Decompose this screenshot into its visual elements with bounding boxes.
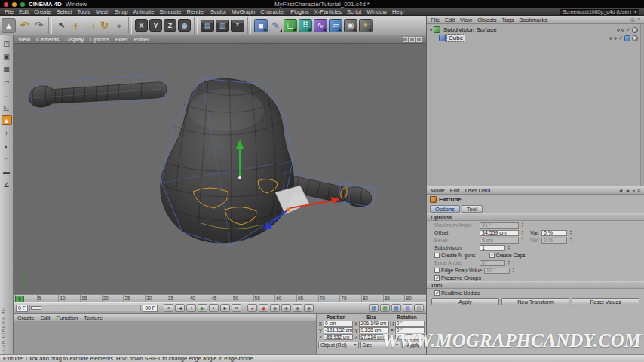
size-field[interactable]: 206.149 cm <box>359 321 388 327</box>
record-rotation-toggle[interactable]: ◆ <box>293 304 302 312</box>
menubar-item[interactable]: X-Particles <box>314 8 342 15</box>
stepper-icon[interactable] <box>507 260 511 266</box>
render-view-button[interactable]: ▤ <box>201 20 214 32</box>
object-manager-menu-item[interactable]: Edit <box>445 17 455 23</box>
menubar-item[interactable]: Tools <box>77 8 90 15</box>
window-minimize-button[interactable] <box>12 2 17 7</box>
viewport-pane-toggle-icon-1[interactable] <box>403 37 408 42</box>
playbar-option-icon-1[interactable]: ▦ <box>369 304 379 312</box>
attribute-menu-item[interactable]: User Data <box>465 187 491 194</box>
viewport-pane-toggle-icon-2[interactable] <box>409 37 415 42</box>
bevel-field[interactable]: 5 cm <box>480 238 519 244</box>
menubar-item[interactable]: MoGraph <box>232 8 255 15</box>
position-field[interactable]: -181.132 cm <box>324 327 353 333</box>
render-visibility-dot[interactable] <box>621 29 624 32</box>
viewport-solo-icon[interactable]: ◐ <box>2 141 12 151</box>
next-key-button[interactable]: ► <box>220 304 230 312</box>
history-back-icon[interactable]: ◄ <box>618 188 624 193</box>
lock-y-axis-button[interactable]: Y <box>149 19 162 32</box>
viewport-menu-item[interactable]: View <box>18 36 30 43</box>
edges-mode-icon[interactable]: ◺ <box>2 103 12 112</box>
viewport-menu-item[interactable]: Display <box>66 36 84 43</box>
menubar-item[interactable]: Animate <box>133 8 155 15</box>
menubar-item[interactable]: Sculpt <box>210 8 226 15</box>
stepper-icon[interactable] <box>520 222 525 229</box>
tab-options[interactable]: Options <box>430 205 460 213</box>
menubar-item[interactable]: Plugins <box>290 8 309 15</box>
autokeying-button[interactable]: ◉ <box>259 304 268 312</box>
menubar-item[interactable]: Simulate <box>159 8 181 15</box>
object-name[interactable]: Cube <box>447 35 465 41</box>
add-subdivision-surface-button[interactable]: ◻ <box>284 19 297 32</box>
lock-icon[interactable]: ▪ <box>633 188 634 193</box>
undo-icon[interactable]: ↶ <box>17 18 32 33</box>
workplane-mode-icon[interactable]: ▱ <box>2 77 12 87</box>
subdivision-field[interactable]: 1 <box>480 245 505 251</box>
object-manager-menu-item[interactable]: Objects <box>477 17 496 23</box>
add-deformer-button[interactable]: ∿ <box>314 19 327 32</box>
object-manager-menu-item[interactable]: View <box>460 17 472 23</box>
editor-visibility-dot[interactable] <box>617 29 620 32</box>
window-zoom-button[interactable] <box>20 2 25 7</box>
playbar-option-icon-5[interactable]: ▦ <box>414 304 424 312</box>
stepper-icon[interactable] <box>520 238 525 244</box>
cube-tag-icon[interactable] <box>624 35 630 41</box>
model-mode-icon[interactable]: ▣ <box>2 51 12 61</box>
maximum-angle-field[interactable]: 91 ° <box>480 222 519 229</box>
perspective-viewport[interactable]: ViewCamerasDisplayOptionsFilterPanel <box>14 35 426 294</box>
position-field[interactable]: -83.932 cm <box>324 334 353 340</box>
add-primitive-cube-button[interactable]: ■ <box>254 19 268 32</box>
object-manager-menu-item[interactable]: Bookmarks <box>519 17 547 23</box>
lock-z-axis-button[interactable]: Z <box>164 19 176 32</box>
menubar-item[interactable]: File <box>5 8 14 15</box>
attribute-menu-item[interactable]: Edit <box>450 187 460 194</box>
play-button[interactable]: ▶ <box>198 304 207 312</box>
menubar-item[interactable]: Edit <box>19 8 29 15</box>
points-mode-icon[interactable]: ∴ <box>2 90 12 100</box>
playbar-option-icon-3[interactable]: ▦ <box>391 304 401 312</box>
object-row-subdivision-surface[interactable]: Subdivision Surface ✓ <box>427 26 644 34</box>
menubar-item[interactable]: Script <box>347 8 361 15</box>
offset-field[interactable]: 34.559 cm <box>480 230 519 236</box>
lock-x-axis-button[interactable]: X <box>135 19 148 32</box>
size-field[interactable]: 9.338 cm <box>359 327 388 333</box>
coordinate-system-button[interactable]: ◉ <box>178 19 191 32</box>
texture-mode-icon[interactable]: ▦ <box>2 64 12 74</box>
live-selection-icon[interactable]: ↖ <box>54 18 69 33</box>
add-spline-pen-button[interactable]: ✎ <box>268 18 283 33</box>
record-scale-toggle[interactable]: ◆ <box>281 304 291 312</box>
scale-tool-icon[interactable]: ◱ <box>83 18 97 33</box>
menubar-item[interactable]: Character <box>260 8 285 15</box>
object-name[interactable]: Subdivision Surface <box>442 26 498 33</box>
editor-visibility-dot[interactable] <box>609 37 612 40</box>
om-options-icon[interactable]: ≡ <box>637 17 640 23</box>
material-menu-item[interactable]: Function <box>56 314 78 321</box>
add-array-button[interactable]: ⠿ <box>299 19 312 32</box>
viewport-canvas[interactable] <box>14 44 426 294</box>
menubar-item[interactable]: Select <box>57 8 72 15</box>
om-search-icon[interactable]: ◎ <box>630 17 635 23</box>
redo-icon[interactable]: ↷ <box>32 18 46 33</box>
create-ngons-checkbox[interactable] <box>434 253 440 258</box>
coord-mode-dropdown[interactable]: Object (Rel) <box>318 342 359 348</box>
prev-frame-button[interactable]: ‹ <box>186 304 196 312</box>
menubar-item[interactable]: Window <box>366 8 387 15</box>
record-position-toggle[interactable]: ◆ <box>270 304 280 312</box>
prev-key-button[interactable]: ◄ <box>175 304 185 312</box>
history-forward-icon[interactable]: ► <box>625 188 630 193</box>
viewport-menu-item[interactable]: Cameras <box>36 36 59 43</box>
apply-button[interactable]: Apply <box>431 298 499 305</box>
next-frame-button[interactable]: › <box>209 304 219 312</box>
gizmo-origin[interactable] <box>238 176 241 179</box>
material-menu-item[interactable]: Create <box>17 314 35 321</box>
snap-enable-icon[interactable]: ∩ <box>2 154 12 164</box>
viewport-menu-item[interactable]: Panel <box>134 36 149 43</box>
active-tool-extrude-icon[interactable]: ▲ <box>2 18 16 33</box>
object-tree-scrollbar[interactable] <box>640 24 644 186</box>
object-manager-menu-item[interactable]: Tags <box>502 17 514 23</box>
preserve-groups-checkbox[interactable] <box>434 275 440 281</box>
workplane-lock-icon[interactable]: ▬ <box>2 167 12 176</box>
offset-variance-field[interactable]: 0 % <box>541 230 567 236</box>
record-keyframe-button[interactable]: ● <box>247 304 257 312</box>
stepper-icon[interactable] <box>511 268 516 274</box>
